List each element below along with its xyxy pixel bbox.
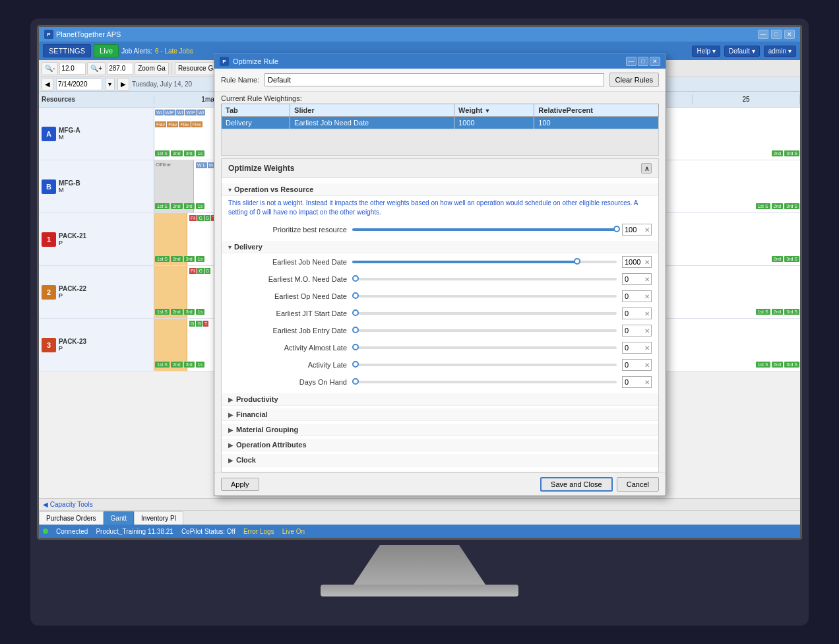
section-title-productivity: Productivity <box>236 395 278 403</box>
dialog-maximize-button[interactable]: □ <box>638 57 648 66</box>
slider-thumb-jit-start[interactable] <box>352 309 359 316</box>
slider-track-prioritize[interactable] <box>352 228 617 231</box>
slider-fill-job-need <box>352 261 577 263</box>
section-operation-vs-resource: ▾ Operation vs Resource This slider is n… <box>222 183 658 238</box>
slider-thumb-prioritize[interactable] <box>613 226 620 232</box>
slider-thumb-job-entry[interactable] <box>352 327 359 333</box>
slider-clear-mo-need[interactable]: ✕ <box>644 275 650 283</box>
rule-weightings-table: Tab Slider Weight ▼ RelativePercent Deli… <box>221 104 659 156</box>
slider-value-input-almost-late[interactable] <box>625 344 644 352</box>
slider-thumb-almost-late[interactable] <box>352 344 359 350</box>
slider-label-job-need: Earliest Job Need Date <box>235 258 347 266</box>
slider-value-input-op-need[interactable] <box>625 292 644 300</box>
footer-right-buttons: Save and Close Cancel <box>540 477 659 492</box>
slider-clear-op-need[interactable]: ✕ <box>644 292 650 300</box>
slider-value-input-jit-start[interactable] <box>625 309 644 317</box>
optimize-collapse-button[interactable]: ∧ <box>641 163 652 174</box>
slider-thumb-op-need[interactable] <box>352 292 359 299</box>
slider-value-input-days-on-hand[interactable] <box>625 378 644 386</box>
slider-row-almost-late: Activity Almost Late ✕ <box>222 339 658 356</box>
section-title-op: Operation vs Resource <box>234 185 313 193</box>
slider-label-mo-need: Earliest M.O. Need Date <box>235 275 347 283</box>
slider-track-days-on-hand[interactable] <box>352 381 617 383</box>
dialog-title-bar: P Optimize Rule — □ ✕ <box>214 54 666 69</box>
slider-track-almost-late[interactable] <box>352 346 617 349</box>
slider-label-jit-start: Earliest JIT Start Date <box>235 309 347 317</box>
rule-name-input[interactable] <box>264 73 604 86</box>
section-toggle-op-attr: ▶ <box>228 441 233 449</box>
section-productivity: ▶ Productivity <box>222 393 658 406</box>
section-title-financial: Financial <box>236 410 268 418</box>
slider-label-job-entry: Earliest Job Entry Date <box>235 327 347 335</box>
section-title-delivery: Delivery <box>234 243 263 251</box>
slider-clear-days-on-hand[interactable]: ✕ <box>644 378 650 386</box>
slider-thumb-activity-late[interactable] <box>352 361 359 368</box>
slider-label-days-on-hand: Days On Hand <box>235 378 347 386</box>
section-header-productivity[interactable]: ▶ Productivity <box>222 393 658 406</box>
slider-label-op-need: Earliest Op Need Date <box>235 292 347 300</box>
slider-value-box-prioritize: ✕ <box>622 224 652 236</box>
section-financial: ▶ Financial <box>222 408 658 421</box>
section-toggle-delivery: ▾ <box>228 243 232 251</box>
save-close-button[interactable]: Save and Close <box>540 477 613 492</box>
dialog-close-button[interactable]: ✕ <box>650 57 660 66</box>
slider-thumb-mo-need[interactable] <box>352 275 359 282</box>
section-toggle-financial: ▶ <box>228 411 233 418</box>
section-header-material[interactable]: ▶ Material Grouping <box>222 424 658 436</box>
slider-track-mo-need[interactable] <box>352 278 617 280</box>
section-toggle-productivity: ▶ <box>228 396 233 403</box>
clear-rules-button[interactable]: Clear Rules <box>609 73 659 87</box>
slider-track-activity-late[interactable] <box>352 364 617 366</box>
slider-row-op-need: Earliest Op Need Date ✕ <box>222 288 658 305</box>
section-header-operation[interactable]: ▾ Operation vs Resource <box>222 183 658 196</box>
table-header-tab: Tab <box>222 104 290 117</box>
slider-value-box-job-need: ✕ <box>622 256 652 268</box>
optimize-weights-section: Optimize Weights ∧ ▾ Operation vs Resour… <box>221 158 659 472</box>
slider-clear-almost-late[interactable]: ✕ <box>644 344 650 352</box>
slider-thumb-job-need[interactable] <box>574 258 580 265</box>
slider-track-job-need[interactable] <box>352 261 617 263</box>
slider-track-jit-start[interactable] <box>352 312 617 315</box>
section-header-financial[interactable]: ▶ Financial <box>222 408 658 421</box>
slider-value-box-op-need: ✕ <box>622 290 652 302</box>
slider-value-box-jit-start: ✕ <box>622 307 652 319</box>
slider-value-input-job-need[interactable] <box>625 258 644 266</box>
table-empty-cell <box>222 129 659 156</box>
dialog-window-controls[interactable]: — □ ✕ <box>626 57 660 66</box>
dialog-minimize-button[interactable]: — <box>626 57 637 66</box>
slider-track-op-need[interactable] <box>352 295 617 298</box>
slider-track-job-entry[interactable] <box>352 329 617 332</box>
cancel-button[interactable]: Cancel <box>617 477 659 492</box>
slider-clear-activity-late[interactable]: ✕ <box>644 361 650 369</box>
dialog-icon: P <box>220 57 229 66</box>
apply-button[interactable]: Apply <box>221 478 259 491</box>
slider-value-input-job-entry[interactable] <box>625 327 644 335</box>
slider-value-box-mo-need: ✕ <box>622 273 652 285</box>
slider-clear-job-entry[interactable]: ✕ <box>644 327 650 335</box>
slider-label-activity-late: Activity Late <box>235 361 347 369</box>
optimize-weights-header: Optimize Weights ∧ <box>222 159 658 178</box>
slider-thumb-days-on-hand[interactable] <box>352 378 359 385</box>
slider-value-input-mo-need[interactable] <box>625 275 644 283</box>
section-operation-attributes: ▶ Operation Attributes <box>222 439 658 451</box>
slider-value-input-prioritize[interactable] <box>625 226 644 234</box>
slider-value-box-almost-late: ✕ <box>622 342 652 354</box>
slider-label-almost-late: Activity Almost Late <box>235 344 347 352</box>
optimize-body: ▾ Operation vs Resource This slider is n… <box>222 178 658 472</box>
section-header-clock[interactable]: ▶ Clock <box>222 454 658 467</box>
table-header-slider: Slider <box>290 104 454 117</box>
slider-clear-jit-start[interactable]: ✕ <box>644 309 650 317</box>
slider-row-mo-need: Earliest M.O. Need Date ✕ <box>222 271 658 288</box>
section-header-delivery[interactable]: ▾ Delivery <box>222 241 658 253</box>
slider-value-box-days-on-hand: ✕ <box>622 376 652 388</box>
section-header-op-attr[interactable]: ▶ Operation Attributes <box>222 439 658 451</box>
table-row[interactable]: Delivery Earliest Job Need Date 1000 100 <box>222 117 659 129</box>
slider-clear-prioritize[interactable]: ✕ <box>644 226 650 234</box>
section-clock: ▶ Clock <box>222 454 658 467</box>
slider-row-jit-start: Earliest JIT Start Date ✕ <box>222 305 658 322</box>
section-title-op-attr: Operation Attributes <box>236 441 307 449</box>
slider-clear-job-need[interactable]: ✕ <box>644 258 650 266</box>
table-header-weight: Weight ▼ <box>454 104 534 117</box>
slider-value-input-activity-late[interactable] <box>625 361 644 369</box>
slider-value-box-activity-late: ✕ <box>622 359 652 371</box>
